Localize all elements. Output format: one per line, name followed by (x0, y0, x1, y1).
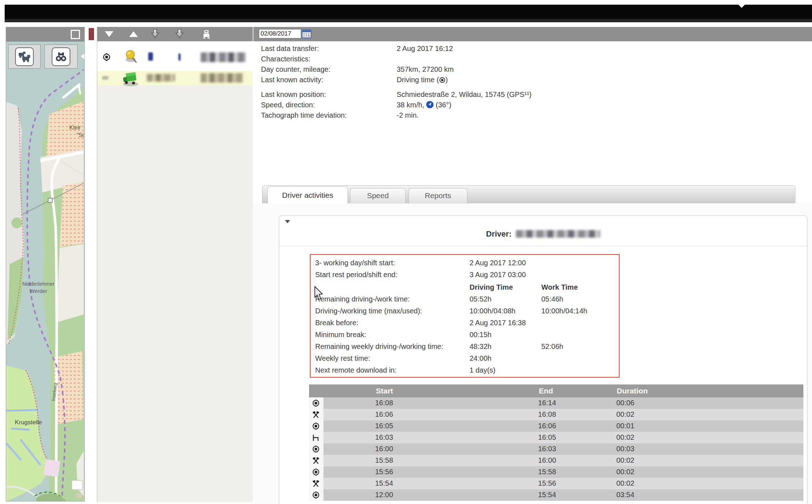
menu-dropdown-caret-icon[interactable] (738, 5, 745, 8)
app-window: Kleir "Sc Niederlehmer Werder Inselweg K… (0, 0, 812, 504)
info-row: Speed, direction: 38 km/h, (36°) (261, 100, 728, 110)
column-header-start: Start (376, 387, 393, 395)
info-row: Last data transfer: 2 Aug 2017 16:12 (261, 43, 728, 54)
redacted-mark (102, 76, 108, 80)
tab-strip: Driver activities Speed Reports (262, 185, 795, 203)
panel-expand-arrow-icon[interactable] (81, 53, 85, 60)
activity-icon (312, 491, 320, 499)
redacted-license-plate (201, 73, 243, 83)
green-truck-icon (121, 70, 140, 88)
tab-speed[interactable]: Speed (350, 188, 406, 204)
stat-row: Remaining driving-/work time:05:52h05:46… (315, 295, 619, 307)
maximize-icon[interactable] (71, 30, 80, 39)
tachograph-driving-icon (102, 52, 111, 63)
vehicle-row-selected[interactable] (97, 71, 253, 85)
redacted-text (148, 52, 153, 61)
info-label: Last known position: (261, 90, 326, 98)
vehicle-filter-icon[interactable] (202, 29, 210, 40)
collapse-caret-icon[interactable] (285, 220, 290, 223)
driver-title-label: Driver: (486, 229, 512, 238)
search-map-button[interactable] (45, 45, 78, 69)
info-value: 38 km/h, (36°) (397, 100, 451, 111)
redacted-text (178, 53, 181, 61)
info-label: Tachograph time deviation: (261, 111, 347, 119)
info-label: Last data transfer: (261, 45, 319, 52)
info-value: 2 Aug 2017 16:12 (397, 43, 453, 54)
activity-row[interactable]: 15:5615:5800:02 (309, 466, 803, 478)
stat-row: Driving-/working time (max/used):10:00h/… (315, 307, 619, 319)
stat-row: 3- working day/shift start:2 Aug 2017 12… (315, 259, 619, 271)
activity-table-header: Start End Duration (309, 384, 803, 397)
redacted-license-plate (201, 52, 246, 62)
activity-row[interactable]: 15:5816:0000:02 (309, 455, 803, 466)
stat-row: Break before:2 Aug 2017 16:38 (315, 319, 619, 331)
info-row: Tachograph time deviation: -2 min. (261, 110, 728, 121)
info-row: Last known position: Schmiedestraße 2, W… (261, 89, 728, 100)
info-label: Characteristics: (261, 55, 311, 63)
sort-descending-icon[interactable] (104, 30, 115, 40)
activity-row[interactable]: 16:0016:0300:03 (309, 443, 803, 455)
map-label-werder: Werder (30, 288, 47, 294)
activity-row[interactable]: 16:0616:0800:02 (309, 409, 803, 420)
show-vehicles-button[interactable] (8, 45, 41, 69)
sort-ascending-icon[interactable] (128, 30, 139, 40)
stat-row: Start rest period/shift end:3 Aug 2017 0… (315, 271, 619, 283)
info-label: Day counter, mileage: (261, 65, 330, 73)
date-input[interactable] (259, 29, 301, 38)
top-menu-bar[interactable] (5, 5, 812, 22)
map-panel: Kleir "Sc Niederlehmer Werder Inselweg K… (6, 27, 85, 501)
activity-table: Start End Duration 16:0816:1400:06 16:06… (309, 384, 803, 501)
redacted-driver-name (516, 230, 600, 238)
driver-activities-card: Driver: 3- working day/shift start:2 Aug… (279, 215, 807, 504)
info-label: Last known activity: (261, 76, 323, 84)
activity-icon (312, 422, 320, 430)
stat-row: Minimum break:00:15h (315, 331, 619, 342)
info-value: 357km, 27200 km (397, 64, 454, 75)
map-label-krugstelle: Krugstelle (15, 419, 42, 426)
activity-icon (312, 399, 320, 407)
stat-column-headers: Driving TimeWork Time (315, 283, 619, 295)
activity-table-body: 16:0816:1400:06 16:0616:0800:02 16:0516:… (309, 397, 803, 501)
column-header-duration: Duration (617, 387, 648, 395)
driver-card-header: Driver: (279, 216, 807, 246)
detail-panel: Last data transfer: 2 Aug 2017 16:12 Cha… (253, 27, 812, 504)
vehicles-icon (15, 47, 34, 66)
stat-row: Weekly rest time:24:00h (315, 354, 619, 366)
vehicle-list-panel (97, 27, 253, 502)
activity-icon (312, 434, 320, 442)
download-driver-card-icon[interactable] (175, 29, 184, 41)
column-header-end: End (539, 387, 553, 395)
map-label-niederlehmer: Niederlehmer (22, 281, 55, 287)
activity-icon (312, 411, 320, 419)
stat-row: Remaining weekly driving-/working time:4… (315, 342, 619, 354)
info-label: Speed, direction: (261, 101, 315, 109)
activity-row[interactable]: 12:0015:5403:54 (309, 489, 803, 501)
binoculars-icon (52, 47, 70, 66)
detail-toolbar (253, 27, 812, 41)
driver-title: Driver: (279, 229, 807, 239)
calendar-icon[interactable] (302, 29, 312, 39)
info-row: Characteristics: (261, 54, 728, 64)
map-label-kleir: Kleir (69, 125, 81, 131)
mouse-cursor-icon (314, 286, 324, 302)
steering-wheel-icon (439, 76, 445, 86)
activity-row[interactable]: 15:5415:5600:02 (309, 478, 803, 489)
activity-row[interactable]: 16:0816:1400:06 (309, 397, 803, 409)
map-header-bar (6, 27, 84, 42)
panel-splitter-handle[interactable] (89, 28, 94, 40)
tab-driver-activities[interactable]: Driver activities (267, 186, 348, 204)
activity-row[interactable]: 16:0316:0500:02 (309, 432, 803, 443)
map-canvas[interactable]: Kleir "Sc Niederlehmer Werder Inselweg K… (6, 42, 84, 501)
tab-reports[interactable]: Reports (409, 188, 467, 204)
download-tachograph-icon[interactable] (150, 29, 160, 41)
info-value: Schmiedestraße 2, Wildau, 15745 (GPS¹¹) (397, 89, 532, 100)
vehicle-row[interactable] (97, 43, 253, 71)
direction-compass-icon (426, 101, 434, 111)
activity-icon (312, 480, 320, 487)
activity-icon (312, 468, 320, 476)
tab-content: Driver: 3- working day/shift start:2 Aug… (253, 203, 812, 504)
activity-row[interactable]: 16:0516:0600:01 (309, 420, 803, 432)
activity-icon (312, 445, 320, 453)
vehicle-list-toolbar (97, 27, 253, 41)
info-row: Last known activity: Driving time () (261, 75, 728, 85)
